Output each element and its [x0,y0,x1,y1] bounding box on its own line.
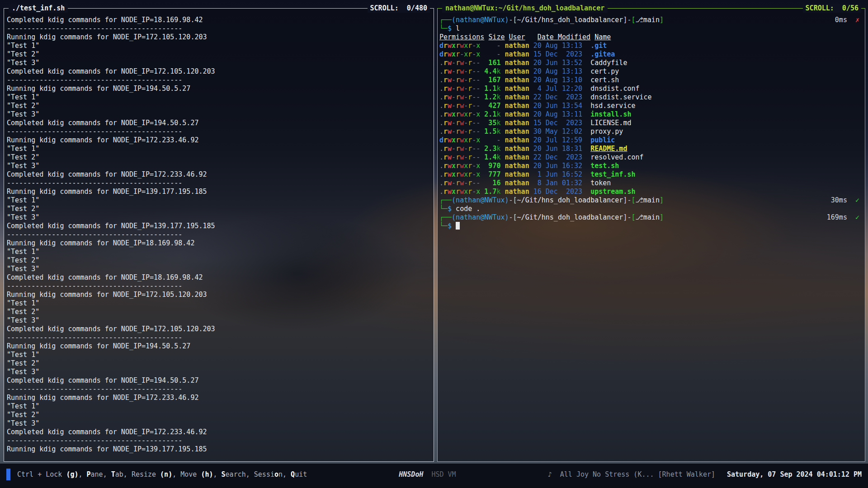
terminal-line: ----------------------------------------… [7,179,428,188]
file-name: public [590,136,615,144]
file-owner: nathan [505,42,529,50]
prompt-bracket: ] [660,213,664,222]
perm-char: r [468,76,472,84]
prompt-separator: ]- [623,16,631,24]
terminal-line: "Test 2" [7,411,428,419]
pane-shell[interactable]: nathan@NWTux:~/Git/hns_doh_loadbalancer … [437,8,865,462]
perm-char: w [460,76,464,84]
prompt-line: ┌──(nathan@NWTux)-[~/Git/hns_doh_loadbal… [439,16,859,24]
hint-key: T [111,470,115,479]
file-name: dnsdist.conf [590,84,639,93]
prompt-user-host: (nathan@NWTux) [452,196,509,205]
file-size: 161 [484,59,500,67]
prompt-bracket: [ [631,196,635,205]
terminal-cursor [456,222,460,230]
file-date: 15 Dec 2023 [533,50,586,58]
file-name: Caddyfile [590,59,627,67]
prompt-frame: └─ [439,222,448,230]
pad [505,33,509,41]
terminal-line: Completed kdig commands for NODE_IP=18.1… [7,16,428,24]
pane-test-script[interactable]: ./test_inf.sh SCROLL: 0/480 Completed kd… [4,8,434,462]
terminal-line: "Test 1" [7,248,428,256]
file-owner: nathan [505,67,529,75]
perm-char: d [439,136,443,144]
pad [529,102,533,110]
perm-char: - [472,179,476,187]
clock: Saturday, 07 Sep 2024 04:01:12 PM [727,470,862,479]
perm-char: - [472,59,476,67]
perm-char: w [448,179,452,187]
perm-char: x [476,188,480,196]
hint-text: Sessi [254,470,274,479]
terminal-line: "Test 3" [7,419,428,428]
perm-char: . [439,179,443,187]
perm-char: r [443,119,448,127]
prompt-spacer [664,16,835,24]
hint-key: (h) [201,470,213,479]
perm-char: r [456,76,460,84]
perm-char: - [452,93,456,101]
file-size: 16 [484,179,500,187]
pad [529,145,533,153]
pad [586,170,590,178]
pad [480,188,484,196]
pad [480,59,484,67]
pad [586,84,590,93]
perm-char: x [452,188,456,196]
perm-char: x [464,50,468,58]
perm-char: r [443,42,448,50]
terminal-line: ----------------------------------------… [7,127,428,136]
perm-char: x [476,50,480,58]
file-row: .rw-rw-r-- 1.5k nathan 30 May 12:02 prox… [439,127,859,136]
perm-char: . [439,153,443,161]
perm-char: - [472,102,476,110]
file-owner: nathan [505,102,529,110]
perm-char: r [468,84,472,93]
terminal-line: Completed kdig commands for NODE_IP=172.… [7,170,428,179]
terminal-line: Running kdig commands for NODE_IP=172.10… [7,291,428,299]
perm-char: w [448,76,452,84]
perm-char: - [476,93,480,101]
file-name: proxy.py [590,127,623,136]
perm-char: r [456,119,460,127]
git-branch-name: main [643,213,660,222]
terminal-line: ----------------------------------------… [7,385,428,394]
prompt-dollar: $ [448,205,452,213]
prompt-user-host: (nathan@NWTux) [452,16,509,24]
pad [529,127,533,136]
prompt-spacer [664,196,831,205]
perm-char: . [439,84,443,93]
host-label: HSD VM [431,470,456,479]
terminal-line: "Test 2" [7,153,428,162]
file-row: .rw-rw-r-- 161 nathan 20 Jun 13:52 Caddy… [439,59,859,67]
pad [525,33,538,41]
perm-char: w [460,170,464,178]
terminal-line: "Test 3" [7,316,428,325]
command-line: └─$ l [439,24,859,33]
terminal-line: Completed kdig commands for NODE_IP=194.… [7,376,428,385]
prompt-separator: ]- [623,196,631,205]
file-date: 20 Jun 13:52 [533,59,586,67]
perm-char: - [464,153,468,161]
perm-char: - [472,153,476,161]
file-size: 777 [484,170,500,178]
perm-char: w [460,102,464,110]
perm-char: - [452,59,456,67]
file-name: test_inf.sh [590,170,635,178]
terminal-line: Completed kdig commands for NODE_IP=172.… [7,325,428,333]
command-text: l [452,24,460,33]
terminal-line: "Test 1" [7,299,428,308]
command-timing: 0ms [835,16,847,24]
perm-char: . [439,67,443,75]
perm-char: . [439,76,443,84]
mode-indicator-block [6,469,10,480]
perm-char: w [448,110,452,118]
pad [529,153,533,161]
perm-char: r [443,50,448,58]
perm-char: r [468,170,472,178]
file-date: 1 Jun 16:52 [533,170,586,178]
perm-char: r [468,162,472,170]
pad [500,179,505,187]
pad [586,76,590,84]
perm-char: r [456,93,460,101]
